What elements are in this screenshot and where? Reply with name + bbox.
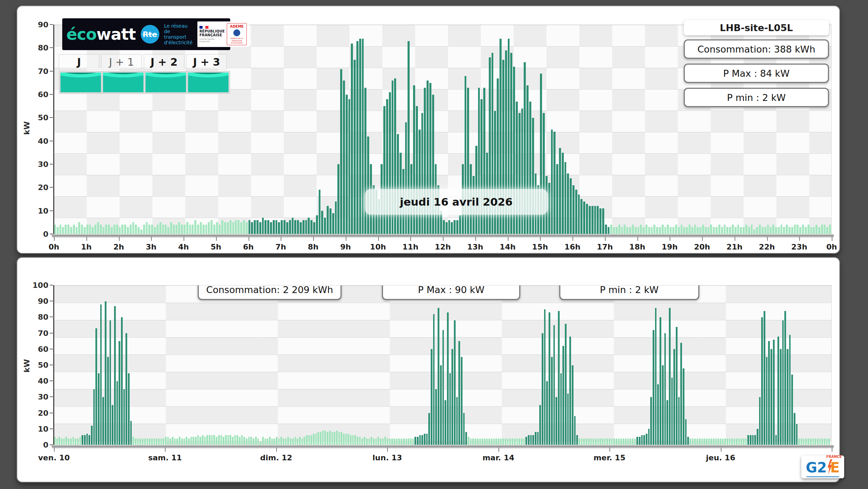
bar	[419, 130, 421, 234]
bar	[193, 437, 194, 445]
chart-date-label: jeudi 16 avril 2026	[365, 189, 548, 215]
x-tick-label: 5h	[211, 243, 221, 251]
bar	[683, 227, 685, 234]
bar	[292, 218, 294, 234]
bar	[345, 434, 347, 445]
bar	[243, 220, 245, 234]
day-button-j2[interactable]: J + 2	[144, 54, 184, 69]
x-tick-mark	[346, 237, 346, 241]
bar	[618, 439, 620, 445]
x-tick-label: sam. 11	[148, 453, 182, 462]
bar	[235, 220, 237, 234]
bar	[606, 439, 608, 445]
bar	[421, 435, 423, 445]
bar	[782, 320, 784, 445]
bar	[302, 220, 305, 234]
bar	[788, 227, 791, 234]
bar	[477, 439, 479, 445]
bar	[618, 225, 620, 234]
bar	[304, 437, 305, 445]
x-tick-label: mar. 14	[483, 453, 514, 462]
bar	[100, 304, 102, 445]
bar	[803, 439, 805, 445]
bar	[234, 435, 236, 445]
french-flag-icon	[199, 26, 208, 29]
x-tick-mark	[54, 237, 55, 241]
bar	[84, 227, 86, 234]
bar	[362, 39, 364, 234]
bar	[463, 413, 465, 445]
y-tick-mark	[50, 141, 53, 141]
bar	[256, 220, 259, 234]
x-tick-label: 15h	[532, 243, 548, 251]
bar	[685, 419, 687, 445]
bar	[301, 439, 303, 445]
bar	[94, 225, 96, 234]
y-tick-mark	[50, 396, 53, 397]
ecowatt-gauge-j2	[146, 73, 186, 92]
bar	[786, 225, 788, 234]
bar	[431, 349, 432, 445]
day-button-j1[interactable]: J + 1	[101, 54, 142, 69]
bar	[327, 206, 329, 234]
day-button-j3[interactable]: J + 3	[186, 54, 227, 69]
bar	[666, 400, 668, 445]
bar	[351, 44, 353, 234]
bar	[438, 308, 439, 445]
bar	[801, 439, 802, 445]
bar	[86, 434, 88, 445]
bar	[119, 341, 120, 445]
bar	[738, 439, 740, 445]
bar	[662, 365, 664, 445]
bar	[703, 439, 705, 445]
x-tick-label: 13h	[467, 243, 483, 251]
bar	[319, 190, 321, 234]
bar	[295, 437, 296, 445]
bar	[278, 439, 280, 445]
x-tick-label: mer. 15	[594, 453, 625, 462]
x-tick-mark	[165, 448, 166, 452]
bar	[127, 227, 129, 234]
bar	[567, 394, 569, 445]
bar	[270, 222, 272, 234]
bar	[722, 439, 724, 445]
bar	[424, 434, 426, 445]
y-tick-mark	[50, 210, 53, 211]
bar	[246, 439, 248, 445]
bar	[669, 308, 671, 445]
bar	[687, 437, 689, 445]
bar	[613, 439, 615, 445]
bar	[448, 220, 450, 234]
bar	[82, 435, 83, 445]
bar	[107, 357, 109, 445]
bar	[391, 439, 393, 445]
day-button-j[interactable]: J	[59, 54, 99, 69]
bar	[576, 435, 578, 445]
bar	[305, 220, 307, 234]
bar	[616, 227, 618, 234]
x-tick-mark	[540, 237, 541, 241]
bar	[637, 227, 640, 234]
republique-motto: Liberté Égalité Fraternité	[199, 38, 225, 43]
bar	[482, 439, 483, 445]
x-tick-label: 8h	[308, 243, 319, 251]
x-tick-mark	[281, 237, 281, 241]
bar	[624, 225, 626, 234]
bar	[484, 439, 486, 445]
bar	[364, 437, 365, 445]
x-tick-label: 17h	[597, 243, 613, 251]
bar	[745, 225, 747, 234]
bar	[310, 220, 312, 234]
bar	[347, 434, 349, 445]
bar	[660, 317, 661, 445]
bar	[512, 439, 513, 445]
bar	[194, 220, 196, 234]
bar	[821, 439, 823, 445]
y-tick-label: 70	[30, 67, 48, 75]
bar	[88, 435, 90, 445]
y-tick-label: 90	[30, 20, 48, 29]
bar	[616, 439, 617, 445]
x-tick-mark	[151, 237, 152, 241]
bar	[586, 204, 588, 234]
bar	[726, 227, 728, 234]
